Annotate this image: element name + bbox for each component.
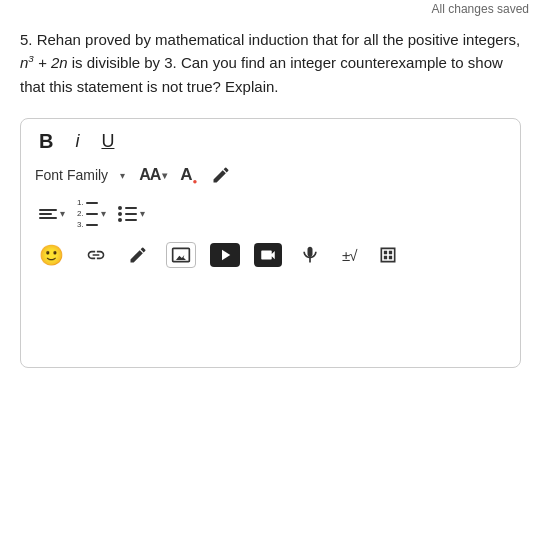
image-icon xyxy=(171,245,191,265)
draw-button[interactable] xyxy=(124,243,152,267)
image-button[interactable] xyxy=(166,242,196,268)
align-left-button[interactable]: ▾ xyxy=(35,206,69,221)
microphone-button[interactable] xyxy=(296,243,324,267)
toolbar-row-align: ▾ 1. 2. 3. ▾ ▾ xyxy=(21,192,520,235)
chevron-down-icon: ▾ xyxy=(140,208,145,219)
font-color-icon: A● xyxy=(180,165,197,186)
toolbar-row-insert: 🙂 xyxy=(21,235,520,277)
math-expression: n3 + 2n xyxy=(20,54,68,71)
ordered-list-icon: 1. 2. 3. xyxy=(77,198,98,229)
unordered-list-button[interactable]: ▾ xyxy=(114,204,149,224)
math-icon: ±√ xyxy=(342,247,356,264)
italic-button[interactable]: i xyxy=(71,130,83,152)
font-family-label: Font Family xyxy=(35,167,108,183)
editor-content[interactable] xyxy=(21,277,520,367)
bold-button[interactable]: B xyxy=(35,129,57,153)
youtube-icon xyxy=(216,246,234,264)
video-button[interactable] xyxy=(254,243,282,267)
youtube-button[interactable] xyxy=(210,243,240,267)
chevron-down-icon: ▾ xyxy=(101,208,106,219)
chevron-down-icon: ▾ xyxy=(60,208,65,219)
link-icon xyxy=(86,245,106,265)
underline-button[interactable]: U xyxy=(97,130,118,152)
rich-text-editor: B i U Font Family ▾ AA ▾ A● xyxy=(20,118,521,368)
pencil-icon xyxy=(211,165,231,185)
font-family-dropdown[interactable]: ▾ xyxy=(116,168,129,183)
video-icon xyxy=(259,246,277,264)
chevron-down-icon: ▾ xyxy=(162,170,166,181)
font-color-button[interactable]: A● xyxy=(176,163,201,188)
emoji-icon: 🙂 xyxy=(39,243,64,267)
font-size-dropdown[interactable]: AA ▾ xyxy=(135,164,170,186)
highlight-button[interactable] xyxy=(207,163,235,187)
link-button[interactable] xyxy=(82,243,110,267)
chevron-down-icon: ▾ xyxy=(120,170,125,181)
ordered-list-button[interactable]: 1. 2. 3. ▾ xyxy=(73,196,110,231)
align-left-icon xyxy=(39,209,57,219)
toolbar-row-formatting: B i U xyxy=(21,119,520,159)
microphone-icon xyxy=(300,245,320,265)
table-icon xyxy=(378,245,398,265)
toolbar-row-font: Font Family ▾ AA ▾ A● xyxy=(21,159,520,192)
unordered-list-icon xyxy=(118,206,137,222)
emoji-button[interactable]: 🙂 xyxy=(35,241,68,269)
table-button[interactable] xyxy=(374,243,402,267)
math-button[interactable]: ±√ xyxy=(338,245,360,266)
draw-icon xyxy=(128,245,148,265)
question-number: 5. xyxy=(20,31,33,48)
save-status: All changes saved xyxy=(432,2,529,16)
